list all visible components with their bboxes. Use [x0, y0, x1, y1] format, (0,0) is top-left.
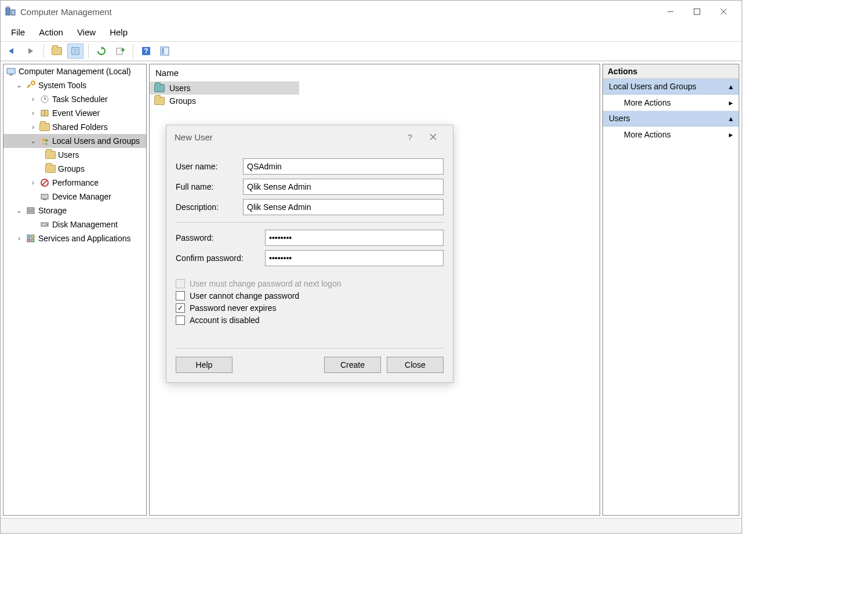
help-button-label: Help — [196, 360, 213, 369]
list-item-users[interactable]: Users — [150, 82, 299, 95]
dialog-help-icon[interactable]: ? — [398, 128, 422, 146]
actions-more-1[interactable]: More Actions ▸ — [603, 95, 739, 111]
twisty-open-icon: ⌄ — [15, 81, 23, 89]
titlebar: Computer Management — [1, 1, 742, 23]
tree-disk-management-label: Disk Management — [52, 220, 118, 229]
password-field[interactable] — [265, 230, 444, 246]
check-account-disabled[interactable]: Account is disabled — [176, 316, 444, 325]
svg-rect-31 — [27, 211, 34, 213]
tree-storage-label: Storage — [38, 206, 67, 215]
tree-panel: Computer Management (Local) ⌄ System Too… — [3, 64, 147, 516]
forward-button[interactable] — [23, 44, 39, 59]
confirm-password-label: Confirm password: — [176, 253, 265, 263]
svg-rect-2 — [6, 7, 9, 9]
tools-icon — [26, 80, 36, 90]
tree-groups[interactable]: Groups — [3, 162, 146, 176]
services-icon — [26, 233, 36, 244]
twisty-open-icon: ⌄ — [29, 137, 37, 145]
folder-icon — [154, 84, 165, 92]
performance-icon — [39, 177, 50, 188]
checkbox-icon[interactable] — [176, 316, 185, 325]
list-item-users-label: Users — [169, 84, 191, 93]
check-never-expires[interactable]: ✓ Password never expires — [176, 303, 444, 313]
svg-rect-16 — [7, 68, 15, 74]
svg-rect-35 — [31, 235, 34, 238]
tree-users[interactable]: Users — [3, 148, 146, 162]
tree-performance[interactable]: › Performance — [3, 176, 146, 190]
export-button[interactable] — [112, 44, 128, 59]
tree-event-viewer-label: Event Viewer — [52, 108, 100, 118]
checkbox-checked-icon[interactable]: ✓ — [176, 303, 185, 313]
actions-group-users[interactable]: Users ▴ — [603, 111, 739, 126]
svg-point-25 — [45, 139, 48, 142]
tree-groups-label: Groups — [58, 164, 85, 173]
statusbar — [1, 518, 742, 533]
up-folder-button[interactable] — [49, 44, 65, 59]
close-button[interactable]: Close — [387, 357, 444, 373]
menu-file[interactable]: File — [5, 25, 31, 39]
tree-services-apps[interactable]: › Services and Applications — [3, 231, 146, 245]
fullname-field[interactable] — [243, 179, 444, 195]
svg-text:?: ? — [144, 47, 148, 55]
twisty-closed-icon: › — [29, 109, 37, 117]
twisty-open-icon: ⌄ — [15, 206, 23, 215]
menubar: File Action View Help — [1, 23, 742, 41]
maximize-button[interactable] — [684, 3, 710, 20]
tree-system-tools[interactable]: ⌄ System Tools — [3, 78, 146, 92]
collapse-icon: ▴ — [729, 114, 733, 123]
disk-icon — [39, 219, 50, 230]
folder-icon — [45, 164, 56, 174]
svg-point-18 — [31, 81, 35, 85]
properties-button[interactable] — [67, 44, 83, 59]
window-title: Computer Management — [20, 7, 112, 17]
create-button-label: Create — [340, 360, 365, 369]
tree-disk-management[interactable]: › Disk Management — [3, 218, 146, 231]
help-button[interactable]: Help — [176, 357, 233, 373]
show-hide-button[interactable] — [157, 44, 173, 59]
svg-rect-28 — [41, 194, 48, 199]
username-field[interactable] — [243, 158, 444, 175]
check-must-change-label: User must change password at next logon — [190, 279, 341, 288]
close-button-label: Close — [405, 360, 426, 369]
create-button[interactable]: Create — [324, 357, 381, 373]
tree-local-users-groups[interactable]: ⌄ Local Users and Groups — [3, 134, 146, 148]
check-cannot-change[interactable]: User cannot change password — [176, 291, 444, 300]
actions-panel: Actions Local Users and Groups ▴ More Ac… — [602, 64, 739, 516]
description-field[interactable] — [243, 199, 444, 215]
fullname-label: Full name: — [176, 182, 243, 191]
folder-icon — [45, 150, 56, 160]
tree-event-viewer[interactable]: › Event Viewer — [3, 106, 146, 120]
tree-shared-folders[interactable]: › Shared Folders — [3, 120, 146, 134]
svg-rect-11 — [117, 48, 122, 55]
tree-shared-folders-label: Shared Folders — [52, 122, 108, 132]
refresh-button[interactable] — [93, 44, 110, 59]
confirm-password-field[interactable] — [265, 250, 444, 266]
shared-folder-icon — [39, 122, 50, 132]
list-item-groups-label: Groups — [169, 96, 196, 106]
list-item-groups[interactable]: Groups — [150, 95, 299, 107]
tree-system-tools-label: System Tools — [38, 81, 86, 90]
actions-more-2[interactable]: More Actions ▸ — [603, 126, 739, 143]
menu-view[interactable]: View — [71, 25, 101, 39]
dialog-close-icon[interactable] — [422, 128, 445, 146]
close-button[interactable] — [710, 3, 737, 20]
back-button[interactable] — [4, 44, 20, 59]
checkbox-icon[interactable] — [176, 291, 185, 300]
minimize-button[interactable] — [657, 3, 684, 20]
actions-group-local-users[interactable]: Local Users and Groups ▴ — [603, 79, 739, 95]
password-label: Password: — [176, 233, 265, 242]
tree-storage[interactable]: ⌄ Storage — [3, 204, 146, 218]
menu-action[interactable]: Action — [33, 25, 69, 39]
clock-icon — [39, 94, 50, 104]
column-header-name[interactable]: Name — [150, 64, 299, 82]
tree-device-manager[interactable]: › Device Manager — [3, 190, 146, 204]
svg-rect-17 — [9, 74, 13, 75]
tree-root[interactable]: Computer Management (Local) — [3, 64, 146, 78]
help-icon[interactable]: ? — [138, 44, 154, 59]
svg-rect-34 — [27, 235, 30, 238]
tree-services-apps-label: Services and Applications — [38, 234, 131, 243]
tree-task-scheduler[interactable]: › Task Scheduler — [3, 92, 146, 106]
tree-root-label: Computer Management (Local) — [19, 67, 131, 76]
menu-help[interactable]: Help — [104, 25, 133, 39]
check-must-change: User must change password at next logon — [176, 279, 444, 288]
